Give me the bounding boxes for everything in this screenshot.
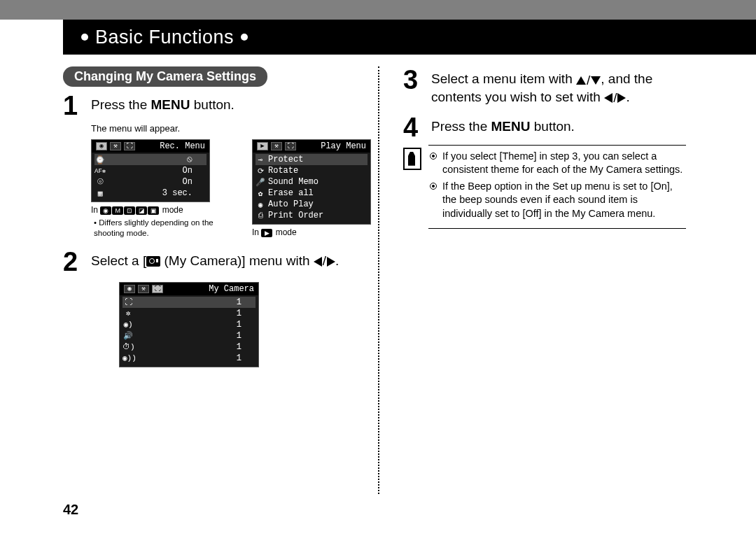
play-menu-row: ⎙Print Order [255,210,368,221]
play-menu-block: ▶ ⚒ ⛶ Play Menu ⊸Protect ⟳Rotate 🎤Sound … [252,139,371,239]
step-1-subtext: The menu will appear. [91,123,371,134]
tab-camera-icon: ◉ [96,142,107,150]
step-number: 4 [403,114,431,141]
play-menu-title: Play Menu [321,141,366,151]
step-body: Press the MENU button. [91,92,371,114]
mycamera-row: ⛶1 [122,297,255,308]
note-item: If the Beep option in the Set up menu is… [430,180,685,221]
rec-menu-screen: ◉ ⚒ ⛶ Rec. Menu ⌚⦸ AF❋On ⦾On ▦3 sec. [91,139,210,202]
tab-camera-icon: ◉ [124,285,135,293]
rec-menu-caption: In ◉M⊡◪▣ mode • Differs slightly dependi… [91,205,237,238]
left-right-arrows-icon: / [314,253,335,270]
rec-menu-title-bar: ◉ ⚒ ⛶ Rec. Menu [92,140,209,153]
manual-page: Basic Functions Changing My Camera Setti… [0,0,756,536]
top-gray-bar [0,0,756,20]
note-text: If you select [Theme] in step 3, you can… [442,150,685,177]
play-menu-row: ✿Erase all [255,188,368,199]
rec-menu-rows: ⌚⦸ AF❋On ⦾On ▦3 sec. [92,153,209,202]
left-right-arrows-icon: / [604,90,626,107]
screenshots-row: ◉ ⚒ ⛶ Rec. Menu ⌚⦸ AF❋On ⦾On ▦3 sec. [91,139,371,239]
mode-icon: ◉ [100,206,111,215]
mycamera-row: ◉))1 [122,353,255,364]
tab-play-icon: ▶ [257,142,268,150]
header-stub [0,20,63,55]
mode-icon: ◪ [136,206,147,215]
step-1: 1 Press the MENU button. [63,92,371,119]
play-menu-row: ⟳Rotate [255,165,368,176]
tab-mycam-icon: ⛶ [285,142,296,150]
mycamera-row: 🔊1 [122,330,255,341]
up-down-arrows-icon: / [576,72,601,90]
step-body: Press the MENU button. [431,114,686,136]
tab-mycam-icon: ⛶ [152,285,163,293]
rec-menu-block: ◉ ⚒ ⛶ Rec. Menu ⌚⦸ AF❋On ⦾On ▦3 sec. [91,139,237,239]
mode-icon: ⊡ [124,206,135,215]
step-body: Select a menu item with /, and the conte… [431,66,686,107]
rec-menu-row: ⦾On [94,176,206,188]
subsection-pill: Changing My Camera Settings [63,66,267,87]
note-text: If the Beep option in the Set up menu is… [442,180,685,221]
step-number: 2 [63,248,91,275]
mycamera-row: ◉)1 [122,319,255,330]
mycamera-rows: ⛶1 ✲1 ◉)1 🔊1 ⏱)1 ◉))1 [120,295,258,367]
step-2: 2 Select a [ (My Camera)] menu with /. [63,248,371,275]
step-number: 3 [403,66,431,93]
header-dot-icon [81,34,88,41]
mycamera-title: My Camera [209,284,254,294]
right-column: 3 Select a menu item with /, and the con… [378,66,693,494]
tab-mycam-icon: ⛶ [124,142,135,150]
note-item: If you select [Theme] in step 3, you can… [430,150,685,177]
play-menu-row: ⊸Protect [255,154,368,165]
mycamera-row: ✲1 [122,308,255,319]
mycamera-screen: ◉ ⚒ ⛶ My Camera ⛶1 ✲1 ◉)1 🔊1 ⏱)1 ◉))1 [119,282,259,367]
mycamera-row: ⏱)1 [122,341,255,353]
mode-play-icon: ▶ [261,229,272,237]
notes-box: If you select [Theme] in step 3, you can… [428,145,686,229]
section-header: Basic Functions [63,20,756,55]
note-pencil-icon [403,148,421,170]
play-menu-title-bar: ▶ ⚒ ⛶ Play Menu [253,140,370,153]
mode-icon: M [112,206,123,215]
tab-tools-icon: ⚒ [110,142,121,150]
rec-menu-row: ▦3 sec. [94,188,206,199]
step-number: 1 [63,92,91,119]
page-number: 42 [63,502,78,518]
rec-menu-footnote: • Differs slightly depending on the shoo… [94,218,237,239]
left-column: Changing My Camera Settings 1 Press the … [63,66,378,494]
note-bullet-icon [430,183,437,190]
rec-menu-row: AF❋On [94,165,206,176]
tab-tools-icon: ⚒ [271,142,282,150]
play-menu-row: ◉Auto Play [255,199,368,210]
play-menu-screen: ▶ ⚒ ⛶ Play Menu ⊸Protect ⟳Rotate 🎤Sound … [252,139,371,225]
header-dot-icon [241,34,248,41]
header-title: Basic Functions [95,27,234,48]
play-menu-rows: ⊸Protect ⟳Rotate 🎤Sound Memo ✿Erase all … [253,153,370,224]
note-bullet-icon [430,153,437,160]
rec-menu-title: Rec. Menu [160,141,205,151]
play-menu-row: 🎤Sound Memo [255,176,368,188]
step-body: Select a [ (My Camera)] menu with /. [91,248,371,270]
step-4: 4 Press the MENU button. [403,114,686,141]
note-area: If you select [Theme] in step 3, you can… [403,145,686,229]
my-camera-icon [146,256,160,267]
mode-icon: ▣ [148,206,159,215]
step-3: 3 Select a menu item with /, and the con… [403,66,686,107]
play-menu-caption: In ▶ mode [252,227,371,239]
content-columns: Changing My Camera Settings 1 Press the … [63,66,693,494]
mycamera-title-bar: ◉ ⚒ ⛶ My Camera [120,283,258,295]
tab-tools-icon: ⚒ [138,285,149,293]
mycamera-screenshot-wrap: ◉ ⚒ ⛶ My Camera ⛶1 ✲1 ◉)1 🔊1 ⏱)1 ◉))1 [119,282,371,367]
rec-menu-row: ⌚⦸ [94,154,206,165]
